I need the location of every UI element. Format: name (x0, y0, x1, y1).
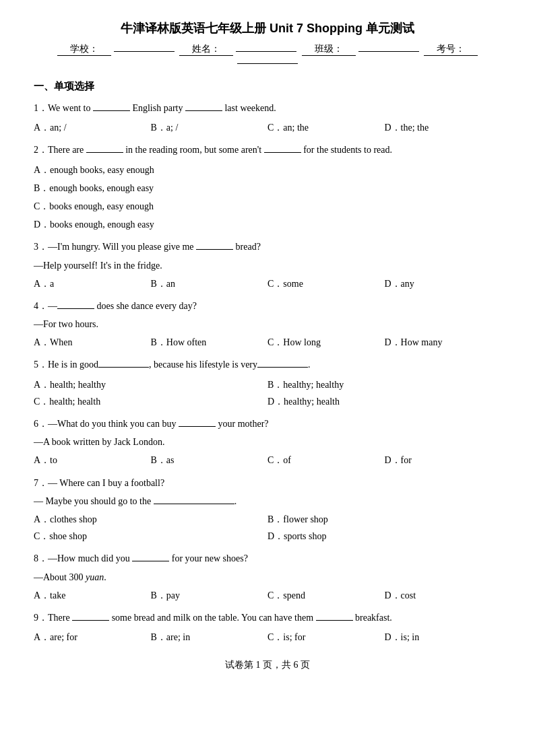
q6-optD: D．for (385, 452, 502, 469)
q3-dialog1: 3．—I'm hungry. Will you please give me b… (34, 238, 501, 255)
question-8: 8．—How much did you for your new shoes? … (34, 550, 501, 604)
question-2: 2．There are in the reading room, but som… (34, 141, 501, 233)
q5-optA: A．health; healthy (34, 376, 268, 393)
q4-optC: C．How long (268, 334, 385, 351)
q7-optA: A．clothes shop (34, 511, 268, 528)
q6-optC: C．of (268, 452, 385, 469)
school-blank (114, 51, 175, 52)
question-5: 5．He is in good, because his lifestyle i… (34, 356, 501, 410)
q2-optA: A．enough books, easy enough (34, 162, 501, 178)
number-label: 考号： (424, 43, 478, 56)
question-3: 3．—I'm hungry. Will you please give me b… (34, 238, 501, 292)
q3-options: A．a B．an C．some D．any (34, 275, 501, 292)
q2-stem: 2．There are in the reading room, but som… (34, 141, 501, 158)
q6-options: A．to B．as C．of D．for (34, 452, 501, 469)
q1-optA: A．an; / (34, 119, 151, 136)
q8-dialog1: 8．—How much did you for your new shoes? (34, 550, 501, 567)
q7-options: A．clothes shop B．flower shop C．shoe shop… (34, 511, 501, 545)
q4-dialog1: 4．— does she dance every day? (34, 298, 501, 314)
class-label: 班级： (302, 43, 356, 56)
question-9: 9．There some bread and milk on the table… (34, 609, 501, 646)
q9-optC: C．is; for (268, 629, 385, 646)
q7-optB: B．flower shop (268, 511, 501, 528)
q1-optD: D．the; the (385, 119, 502, 136)
class-blank (358, 51, 419, 52)
q1-stem: 1．We went to English party last weekend. (34, 100, 501, 116)
q3-optA: A．a (34, 275, 151, 292)
q9-optD: D．is; in (385, 629, 502, 646)
school-info-line: 学校： 姓名： 班级： 考号： (34, 43, 501, 67)
q5-optD: D．healthy; health (268, 393, 501, 410)
number-blank (237, 63, 298, 64)
q8-optC: C．spend (268, 587, 385, 604)
section1-title: 一、单项选择 (34, 80, 501, 93)
q1-optC: C．an; the (268, 119, 385, 136)
q8-optB: B．pay (151, 587, 268, 604)
q7-optC: C．shoe shop (34, 528, 268, 545)
q4-options: A．When B．How often C．How long D．How many (34, 334, 501, 351)
q4-dialog2: —For two hours. (34, 316, 501, 333)
q4-optB: B．How often (151, 334, 268, 351)
q6-dialog1: 6．—What do you think you can buy your mo… (34, 415, 501, 432)
q6-optA: A．to (34, 452, 151, 469)
q3-dialog2: —Help yourself! It's in the fridge. (34, 257, 501, 274)
title: 牛津译林版英语七年级上册 Unit 7 Shopping 单元测试 (34, 20, 501, 36)
q8-optD: D．cost (385, 587, 502, 604)
q7-dialog2: — Maybe you should go to the . (34, 493, 501, 510)
q9-options: A．are; for B．are; in C．is; for D．is; in (34, 629, 501, 646)
q5-stem: 5．He is in good, because his lifestyle i… (34, 356, 501, 373)
q4-optD: D．How many (385, 334, 502, 351)
name-blank (236, 51, 296, 52)
q3-optC: C．some (268, 275, 385, 292)
q1-optB: B．a; / (151, 119, 268, 136)
q2-optB: B．enough books, enough easy (34, 180, 501, 197)
school-label: 学校： (57, 43, 111, 56)
q5-optC: C．health; health (34, 393, 268, 410)
q2-optD: D．books enough, enough easy (34, 216, 501, 233)
q9-stem: 9．There some bread and milk on the table… (34, 609, 501, 626)
q6-optB: B．as (151, 452, 268, 469)
q4-optA: A．When (34, 334, 151, 351)
q5-options: A．health; healthy B．healthy; healthy C．h… (34, 376, 501, 410)
name-label: 姓名： (179, 43, 233, 56)
q7-dialog1: 7．— Where can I buy a football? (34, 475, 501, 491)
q2-options: A．enough books, easy enough B．enough boo… (34, 162, 501, 234)
question-1: 1．We went to English party last weekend.… (34, 100, 501, 136)
q8-optA: A．take (34, 587, 151, 604)
q3-optD: D．any (385, 275, 502, 292)
question-6: 6．—What do you think you can buy your mo… (34, 415, 501, 469)
question-7: 7．— Where can I buy a football? — Maybe … (34, 475, 501, 545)
question-4: 4．— does she dance every day? —For two h… (34, 298, 501, 351)
page-footer: 试卷第 1 页，共 6 页 (34, 659, 501, 671)
q1-options: A．an; / B．a; / C．an; the D．the; the (34, 119, 501, 136)
q9-optA: A．are; for (34, 629, 151, 646)
q2-optC: C．books enough, easy enough (34, 198, 501, 215)
q9-optB: B．are; in (151, 629, 268, 646)
q8-options: A．take B．pay C．spend D．cost (34, 587, 501, 604)
q6-dialog2: —A book written by Jack London. (34, 434, 501, 450)
q7-optD: D．sports shop (268, 528, 501, 545)
q5-optB: B．healthy; healthy (268, 376, 501, 393)
q3-optB: B．an (151, 275, 268, 292)
q8-dialog2: —About 300 yuan. (34, 569, 501, 586)
